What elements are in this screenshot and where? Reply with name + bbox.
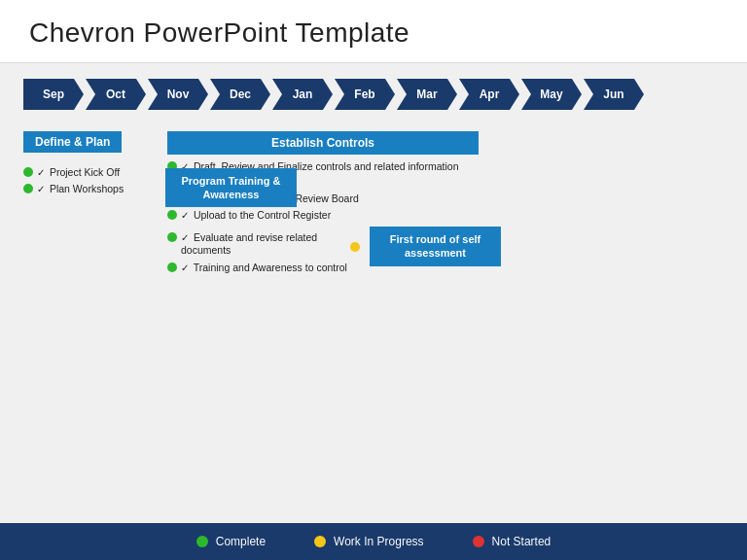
page: Chevron PowerPoint Template Sep Oct Nov … — [0, 0, 747, 560]
program-training-box: Program Training & Awareness — [165, 168, 297, 208]
timeline: Sep Oct Nov Dec Jan Feb — [23, 79, 724, 110]
dot-training — [167, 262, 177, 272]
month-jun: Jun — [603, 88, 623, 101]
month-sep: Sep — [43, 88, 64, 101]
self-assessment-row: First round of self assessment — [350, 227, 642, 266]
establish-controls-bar: Establish Controls — [167, 131, 479, 155]
dot-workshops — [23, 184, 33, 193]
chevron-mar[interactable]: Mar — [397, 79, 457, 110]
month-feb: Feb — [354, 88, 374, 101]
chevron-jun[interactable]: Jun — [584, 79, 644, 110]
chevron-jan[interactable]: Jan — [272, 79, 333, 110]
legend-not-started: Not Started — [473, 535, 551, 548]
main-content: Sep Oct Nov Dec Jan Feb — [0, 63, 747, 277]
training-bullets-container: ✓ Evaluate and revise related documents … — [167, 231, 362, 278]
training-bullets: ✓ Evaluate and revise related documents … — [167, 231, 362, 275]
bullet-upload: ✓ Upload to the Control Register — [167, 209, 724, 223]
row-training: ✓ Evaluate and revise related documents … — [23, 231, 724, 278]
gantt-area: Define & Plan ✓ Project Kick Off ✓ Plan … — [23, 127, 724, 277]
legend-wip: Work In Progress — [314, 535, 423, 548]
define-plan-bullets: ✓ Project Kick Off ✓ Plan Workshops — [23, 166, 167, 195]
month-mar: Mar — [416, 88, 437, 101]
month-apr: Apr — [480, 88, 500, 101]
dot-self-assessment — [350, 242, 360, 252]
legend-label-complete: Complete — [216, 535, 266, 548]
chevron-sep[interactable]: Sep — [23, 79, 84, 110]
dot-evaluate — [167, 232, 177, 242]
month-dec: Dec — [230, 88, 251, 101]
legend-label-not-started: Not Started — [492, 535, 551, 548]
chevron-dec[interactable]: Dec — [210, 79, 270, 110]
legend-dot-wip — [314, 536, 326, 547]
month-oct: Oct — [106, 88, 125, 101]
chevron-feb[interactable]: Feb — [335, 79, 395, 110]
training-assessment-area: Program Training & Awareness First round… — [370, 231, 642, 266]
define-plan-col: Define & Plan ✓ Project Kick Off ✓ Plan … — [23, 131, 167, 198]
chevron-oct[interactable]: Oct — [86, 79, 146, 110]
bullet-workshops: ✓ Plan Workshops — [23, 183, 167, 196]
legend-label-wip: Work In Progress — [334, 535, 423, 548]
training-main-col: ✓ Evaluate and revise related documents … — [167, 231, 724, 278]
legend-dot-complete — [196, 536, 208, 547]
page-title: Chevron PowerPoint Template — [29, 18, 718, 49]
dot-kickoff — [23, 167, 33, 177]
footer: Complete Work In Progress Not Started — [0, 523, 747, 560]
define-plan-label: Define & Plan — [35, 135, 110, 149]
bullet-evaluate: ✓ Evaluate and revise related documents — [167, 231, 362, 258]
dot-upload — [167, 210, 177, 220]
chevron-apr[interactable]: Apr — [459, 79, 519, 110]
month-may: May — [540, 88, 562, 101]
define-plan-box: Define & Plan — [23, 131, 122, 153]
row-define-plan: Define & Plan ✓ Project Kick Off ✓ Plan … — [23, 131, 724, 226]
title-area: Chevron PowerPoint Template — [0, 0, 747, 63]
chevron-nov[interactable]: Nov — [148, 79, 208, 110]
chevron-may[interactable]: May — [521, 79, 582, 110]
month-nov: Nov — [167, 88, 190, 101]
self-assessment-box: First round of self assessment — [370, 227, 501, 266]
legend-complete: Complete — [196, 535, 266, 548]
bullet-training: ✓ Training and Awareness to control — [167, 262, 362, 275]
bullet-kickoff: ✓ Project Kick Off — [23, 166, 167, 180]
month-jan: Jan — [293, 88, 313, 101]
legend-dot-not-started — [473, 536, 484, 547]
